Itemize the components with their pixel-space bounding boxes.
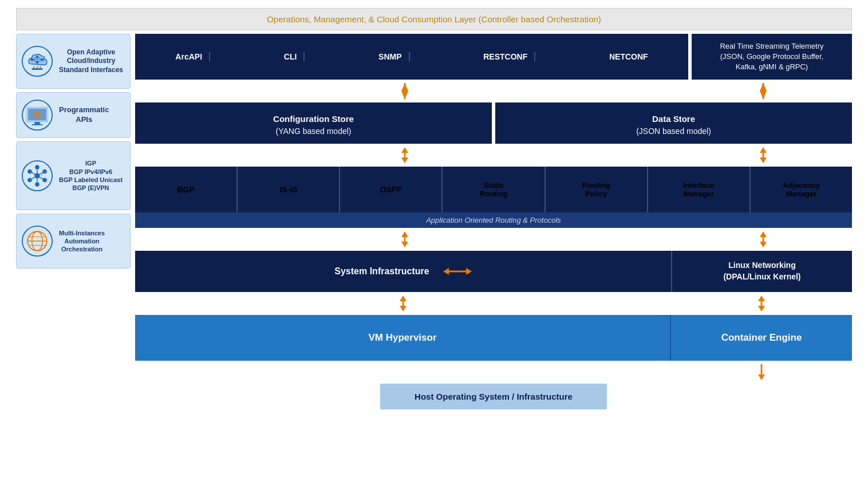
svg-marker-62 [760, 157, 767, 163]
api-icon [21, 99, 53, 131]
data-store: Data Store(JSON based model) [495, 102, 852, 144]
svg-marker-74 [400, 306, 407, 311]
host-os-box: Host Operating System / Infrastructure [380, 384, 607, 409]
system-infra-box: System Infrastructure [135, 251, 671, 292]
svg-line-26 [39, 116, 40, 117]
svg-marker-59 [401, 157, 408, 163]
svg-marker-66 [401, 231, 408, 237]
arrow-row-3 [135, 231, 852, 247]
api-arcapi: ArcAPI [168, 52, 210, 61]
svg-point-32 [35, 182, 39, 186]
host-row: Host Operating System / Infrastructure [135, 384, 852, 409]
svg-point-33 [27, 169, 31, 173]
api-snmp: SNMP [372, 52, 409, 61]
svg-line-25 [34, 112, 35, 112]
host-os-label: Host Operating System / Infrastructure [415, 392, 573, 401]
sidebar-item-globe: Multi-InstancesAutomationOrchestration [16, 214, 131, 269]
sidebar-item-api: ProgrammaticAPIs [16, 92, 131, 138]
protocol-routing-policy: RoutingPolicy [546, 167, 648, 212]
network-icon [21, 160, 53, 192]
svg-line-27 [39, 112, 40, 112]
svg-rect-18 [32, 124, 43, 125]
arrow-row-5 [135, 364, 852, 380]
svg-point-34 [42, 169, 46, 173]
svg-marker-69 [760, 231, 767, 237]
protocol-isis: IS-IS [238, 167, 340, 212]
protocol-ospf: OSPF [340, 167, 443, 212]
svg-point-30 [34, 173, 40, 178]
sidebar-item-network: IGPBGP IPv4/IPv6BGP Labeled UnicastBGP (… [16, 141, 131, 210]
store-row: Configuration Store(YANG based model) Da… [135, 102, 852, 144]
infra-row: System Infrastructure Linux Networking(D… [135, 251, 852, 292]
right-diagram: ArcAPI CLI SNMP RESTCONF NETCONF Real Ti… [135, 34, 852, 489]
api-netconf: NETCONF [602, 52, 655, 61]
svg-marker-68 [760, 242, 767, 247]
svg-marker-57 [760, 83, 767, 91]
left-sidebar: Open AdaptiveCloud/IndustryStandard Inte… [16, 34, 131, 489]
api-row: ArcAPI CLI SNMP RESTCONF NETCONF Real Ti… [135, 34, 852, 80]
routing-protocols-box: BGP IS-IS OSPF StaticRouting RoutingPoli… [135, 167, 852, 212]
telemetry-box: Real Time Streaming Telemetry(JSON, Goog… [692, 34, 852, 80]
api-cli: CLI [277, 52, 305, 61]
svg-point-35 [27, 178, 31, 182]
arrow-row-2 [135, 147, 852, 163]
svg-marker-60 [401, 147, 408, 153]
main-area: Open AdaptiveCloud/IndustryStandard Inte… [16, 34, 852, 489]
diagram-wrapper: Operations, Management, & Cloud Consumpt… [16, 8, 852, 489]
sidebar-label-network: IGPBGP IPv4/IPv6BGP Labeled UnicastBGP (… [59, 159, 123, 192]
svg-line-28 [34, 116, 35, 117]
arrow-row-4 [135, 295, 852, 311]
config-store: Configuration Store(YANG based model) [135, 102, 492, 144]
api-items-box: ArcAPI CLI SNMP RESTCONF NETCONF [135, 34, 688, 80]
cloud-icon [21, 45, 53, 77]
svg-marker-54 [401, 83, 408, 91]
svg-marker-63 [760, 147, 767, 153]
svg-point-8 [36, 61, 39, 64]
svg-rect-17 [34, 122, 40, 124]
vm-hypervisor-box: VM Hypervisor [135, 315, 671, 361]
sidebar-label-globe: Multi-InstancesAutomationOrchestration [59, 229, 105, 254]
system-infra-label: System Infrastructure [334, 266, 429, 277]
protocol-interface-manager: InterfaceManager [648, 167, 751, 212]
svg-point-36 [42, 178, 46, 182]
top-banner: Operations, Management, & Cloud Consumpt… [16, 8, 852, 30]
linux-networking-box: Linux Networking(DPAL/Linux Kernel) [671, 251, 852, 292]
protocol-bgp: BGP [135, 167, 238, 212]
routing-row: BGP IS-IS OSPF StaticRouting RoutingPoli… [135, 167, 852, 228]
svg-marker-65 [401, 242, 408, 247]
svg-point-20 [36, 113, 38, 116]
svg-marker-80 [758, 374, 765, 380]
container-engine-box: Container Engine [671, 315, 852, 361]
sidebar-item-cloud: Open AdaptiveCloud/IndustryStandard Inte… [16, 34, 131, 89]
protocol-static-routing: StaticRouting [443, 167, 545, 212]
svg-marker-72 [466, 268, 472, 275]
sidebar-label-api: ProgrammaticAPIs [59, 105, 109, 125]
vm-row: VM Hypervisor Container Engine [135, 315, 852, 361]
arrow-row-1 [135, 83, 852, 99]
svg-marker-75 [400, 295, 407, 301]
svg-marker-77 [758, 306, 765, 311]
routing-subtitle: Application Oriented Routing & Protocols [135, 212, 852, 228]
api-restconf: RESTCONF [476, 52, 535, 61]
vm-hypervisor-label: VM Hypervisor [368, 332, 436, 344]
sidebar-label-cloud: Open AdaptiveCloud/IndustryStandard Inte… [59, 48, 123, 75]
top-banner-text: Operations, Management, & Cloud Consumpt… [267, 14, 601, 24]
svg-marker-56 [760, 91, 767, 99]
svg-marker-78 [758, 295, 765, 301]
globe-icon [21, 225, 53, 257]
svg-point-31 [35, 165, 39, 169]
svg-rect-4 [32, 68, 43, 70]
container-engine-label: Container Engine [721, 332, 802, 344]
svg-marker-71 [443, 268, 449, 275]
protocol-adjacency-manager: AdjacencyManager [751, 167, 852, 212]
